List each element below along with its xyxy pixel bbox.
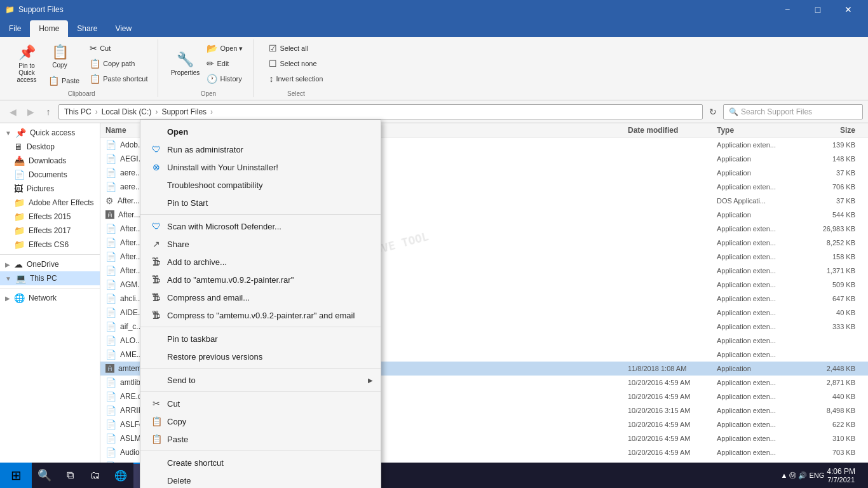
tab-view[interactable]: View (106, 20, 140, 37)
open-icon: 📂 (207, 43, 217, 53)
paste-button[interactable]: 📋 Paste (44, 74, 83, 88)
ctx-label: Send to (167, 376, 196, 385)
maximize-button[interactable]: □ (803, 0, 832, 19)
select-none-button[interactable]: ☐ Select none (265, 57, 327, 71)
copy-path-button[interactable]: 📋 Copy path (86, 57, 151, 71)
open-button[interactable]: 📂 Open ▾ (203, 41, 247, 55)
start-button[interactable]: ⊞ (0, 463, 32, 488)
show-desktop-button[interactable] (858, 463, 862, 488)
context-menu-item-add-to-amtemuv092-painterrar[interactable]: 🗜 Add to "amtemu.v0.9.2-painter.rar" (140, 271, 381, 288)
taskbar-pin-1[interactable]: 🗂 (83, 463, 108, 488)
breadcrumb-arrow-3: › (209, 107, 214, 116)
taskbar-clock[interactable]: 4:06 PM 7/7/2021 (827, 467, 855, 484)
task-view-button[interactable]: ⧉ (57, 463, 83, 488)
context-menu-item-paste[interactable]: 📋 Paste (140, 430, 381, 448)
file-type: Application exten... (717, 183, 806, 191)
sidebar-item-documents[interactable]: 📄 Documents (0, 168, 100, 182)
ctx-label: Scan with Microsoft Defender... (167, 222, 281, 231)
network-expand-icon: ▶ (5, 295, 10, 302)
copy-button[interactable]: 📋 Copy (44, 39, 75, 72)
file-icon: 📄 (105, 140, 116, 150)
sidebar-item-effects-2015[interactable]: 📁 Effects 2015 (0, 210, 100, 224)
open-label: Open (201, 90, 216, 97)
sidebar-item-effects-cs6[interactable]: 📁 Effects CS6 (0, 238, 100, 252)
sidebar-item-onedrive[interactable]: ▶ ☁ OneDrive (0, 257, 100, 271)
context-menu-item-run-as-administrator[interactable]: 🛡 Run as administrator (140, 140, 381, 158)
sidebar-divider-1 (0, 254, 100, 255)
tab-file[interactable]: File (0, 20, 30, 37)
tab-share[interactable]: Share (68, 20, 106, 37)
nav-back-button[interactable]: ◀ (5, 104, 20, 119)
taskbar-pin-2[interactable]: 🌐 (108, 463, 133, 488)
col-header-type[interactable]: Type (717, 126, 806, 135)
sidebar-label-this-pc: This PC (30, 274, 57, 283)
context-menu-item-delete[interactable]: Delete (140, 471, 381, 488)
sidebar-label-desktop: Desktop (27, 142, 55, 151)
sidebar-item-effects-2017[interactable]: 📁 Effects 2017 (0, 224, 100, 238)
invert-selection-button[interactable]: ↕ Invert selection (265, 72, 327, 86)
file-icon: 📄 (105, 377, 116, 388)
ctx-separator (140, 214, 381, 215)
ribbon-content: 📌 Pin to Quick access 📋 Copy 📋 Paste (0, 37, 868, 100)
file-date: 11/8/2018 1:08 AM (628, 365, 717, 372)
context-menu-item-add-to-archive[interactable]: 🗜 Add to archive... (140, 253, 381, 271)
file-date: 10/20/2016 4:59 AM (628, 379, 717, 386)
search-box[interactable]: 🔍 Search Support Files (723, 104, 863, 119)
tab-home[interactable]: Home (30, 20, 68, 37)
context-menu-item-pin-to-taskbar[interactable]: Pin to taskbar (140, 330, 381, 348)
network-icon: 🌐 (14, 293, 25, 303)
sidebar-item-desktop[interactable]: 🖥 Desktop (0, 140, 100, 154)
open-col: 📂 Open ▾ ✏ Edit 🕐 History (203, 41, 247, 86)
cut-button[interactable]: ✂ Cut (86, 41, 151, 55)
history-button[interactable]: 🕐 History (203, 72, 247, 86)
sidebar-item-adobe-ae[interactable]: 📁 Adobe After Effects (0, 196, 100, 210)
edit-button[interactable]: ✏ Edit (203, 57, 247, 71)
context-menu-item-restore-previous-versions[interactable]: Restore previous versions (140, 348, 381, 365)
context-menu-item-troubleshoot-compatibility[interactable]: Troubleshoot compatibility (140, 176, 381, 194)
context-menu-item-cut[interactable]: ✂ Cut (140, 395, 381, 412)
context-menu-item-open[interactable]: Open (140, 123, 381, 140)
minimize-button[interactable]: − (773, 0, 802, 19)
taskbar-icons: ▲ Ⓜ 🔊 ENG (780, 471, 824, 480)
context-menu-item-uninstall-with-your-uninstalle[interactable]: ⊗ Uninstall with Your Uninstaller! (140, 158, 381, 176)
sidebar-item-quick-access[interactable]: ▼ 📌 Quick access (0, 126, 100, 140)
file-type: Application exten... (717, 281, 806, 288)
sidebar-item-this-pc[interactable]: ▼ 💻 This PC (0, 271, 100, 285)
context-menu-item-send-to[interactable]: Send to (140, 371, 381, 389)
file-icon: 📄 (105, 168, 116, 178)
ctx-label: Delete (167, 476, 191, 485)
col-header-size[interactable]: Size (806, 126, 863, 135)
address-box[interactable]: This PC › Local Disk (C:) › Support File… (58, 104, 703, 119)
file-size: 2,871 KB (806, 379, 863, 386)
paste-shortcut-button[interactable]: 📋 Paste shortcut (86, 72, 151, 86)
sidebar-item-pictures[interactable]: 🖼 Pictures (0, 182, 100, 196)
nav-forward-button[interactable]: ▶ (23, 104, 38, 119)
file-icon: 📄 (105, 252, 116, 262)
file-icon: 📄 (105, 419, 116, 430)
context-menu-item-compress-and-email[interactable]: 🗜 Compress and email... (140, 288, 381, 306)
effects-2017-icon: 📁 (14, 226, 25, 236)
properties-button[interactable]: 🔧 Properties (170, 46, 200, 81)
context-menu-item-copy[interactable]: 📋 Copy (140, 412, 381, 430)
pin-to-quick-button[interactable]: 📌 Pin to Quick access (11, 46, 42, 81)
paste-icon: 📋 (48, 76, 59, 86)
close-button[interactable]: ✕ (834, 0, 863, 19)
context-menu-item-share[interactable]: ↗ Share (140, 235, 381, 253)
ctx-icon (151, 333, 162, 344)
file-size: 40 KB (806, 309, 863, 316)
properties-icon: 🔧 (177, 51, 194, 68)
col-header-date[interactable]: Date modified (628, 126, 717, 135)
sidebar-item-network[interactable]: ▶ 🌐 Network (0, 291, 100, 305)
quick-access-icon: 📌 (15, 128, 26, 138)
sidebar-item-downloads[interactable]: 📥 Downloads (0, 154, 100, 168)
context-menu-item-create-shortcut[interactable]: Create shortcut (140, 454, 381, 471)
taskbar-search[interactable]: 🔍 (32, 463, 57, 488)
select-all-button[interactable]: ☑ Select all (265, 41, 327, 55)
context-menu-item-compress-to-amtemuv092-painter[interactable]: 🗜 Compress to "amtemu.v0.9.2-painter.rar… (140, 306, 381, 324)
context-menu-item-scan-with-microsoft-defender[interactable]: 🛡 Scan with Microsoft Defender... (140, 217, 381, 235)
refresh-button[interactable]: ↻ (705, 104, 721, 119)
nav-up-button[interactable]: ↑ (41, 104, 56, 119)
file-size: 544 KB (806, 211, 863, 219)
context-menu-item-pin-to-start[interactable]: Pin to Start (140, 194, 381, 212)
file-icon: 📄 (105, 266, 116, 276)
